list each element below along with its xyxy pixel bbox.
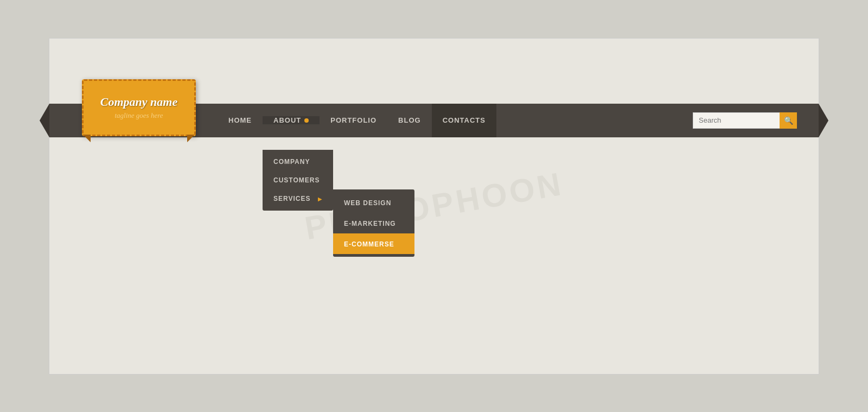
about-dropdown: COMPANY CUSTOMERS SERVICES ▶ [263,150,333,211]
page-wrapper: PHOTOPHOON Company name tagline goes her… [49,38,819,375]
nav-menu: HOME ABOUT COMPANY CUSTOMERS [218,104,496,137]
logo-tagline: tagline goes here [114,111,163,120]
services-submenu: WEB DESIGN E-MARKETING E-COMMERSE [333,189,414,257]
dropdown-item-customers[interactable]: CUSTOMERS [263,171,333,189]
logo-title: Company name [100,95,177,109]
logo-area[interactable]: Company name tagline goes here [82,79,196,136]
nav-item-portfolio[interactable]: PORTFOLIO [320,104,387,137]
search-area: 🔍 [693,112,797,129]
dropdown-item-company[interactable]: COMPANY [263,153,333,171]
search-icon: 🔍 [784,116,793,125]
submenu-arrow: ▶ [318,196,322,202]
nav-item-blog[interactable]: BLOG [387,104,432,137]
nav-item-about[interactable]: ABOUT [263,116,320,124]
search-input[interactable] [693,112,780,129]
nav-item-contacts[interactable]: CONTACTS [432,104,496,137]
search-button[interactable]: 🔍 [780,112,797,129]
about-dot [304,118,309,123]
submenu-item-e-commerse[interactable]: E-COMMERSE [333,233,414,254]
about-dropdown-menu: COMPANY CUSTOMERS SERVICES ▶ [263,150,333,211]
submenu-item-e-marketing[interactable]: E-MARKETING [333,213,414,233]
nav-item-home[interactable]: HOME [218,104,263,137]
submenu-item-web-design[interactable]: WEB DESIGN [333,192,414,213]
about-nav-wrapper: ABOUT COMPANY CUSTOMERS SER [263,116,320,124]
navbar: Company name tagline goes here HOME ABOU… [49,104,819,137]
dropdown-item-services[interactable]: SERVICES ▶ WEB DESIGN E-MARKETING [263,189,333,208]
